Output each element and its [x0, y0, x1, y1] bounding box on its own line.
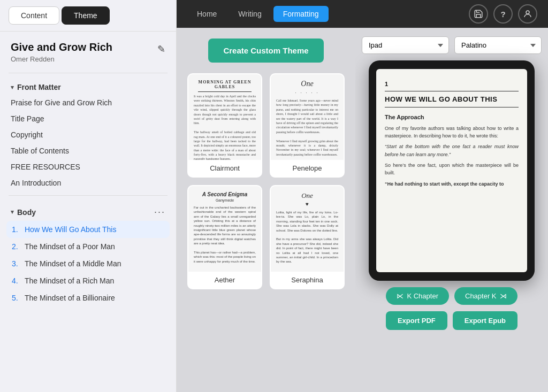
- prev-chapter-label: K Chapter: [407, 292, 438, 300]
- chapter-number: 1.: [12, 225, 20, 234]
- sidebar: Content Theme Give and Grow Rich Omer Re…: [0, 0, 177, 392]
- theme-card-seraphina[interactable]: One ♥ Lolita, light of my life, fire of …: [270, 185, 345, 289]
- preview-body-text-3: “He had nothing to start with, except th…: [385, 180, 519, 188]
- ipad-screen: 1 How We Will Go About This The Approach…: [376, 69, 527, 272]
- chapter-item[interactable]: 3. The Mindset of a Middle Man: [6, 255, 170, 272]
- edit-icon[interactable]: ✎: [157, 43, 165, 55]
- tab-theme[interactable]: Theme: [62, 6, 110, 25]
- theme-grid: Create Custom Theme Morning at Green Gab…: [177, 28, 355, 392]
- nav-right-icons: ?: [469, 4, 537, 24]
- list-item[interactable]: An Introduction: [11, 175, 165, 191]
- preview-body-text-2: So here’s the one fact, upon which the m…: [385, 162, 519, 177]
- font-select[interactable]: Palatino Georgia Times New Roman Helveti…: [454, 36, 542, 54]
- next-chapter-icon: ⋊: [500, 292, 507, 300]
- preview-section-heading: The Approach: [385, 113, 519, 122]
- chapter-name: The Mindset of a Middle Man: [25, 259, 121, 268]
- theme-cards: Morning at Green Gables It was a bright …: [187, 73, 345, 289]
- help-button[interactable]: ?: [493, 4, 513, 24]
- body-header: ▾ Body ···: [0, 200, 176, 221]
- theme-preview-seraphina: One ♥ Lolita, light of my life, fire of …: [271, 186, 344, 272]
- theme-preview-aether: A Second Enigma Ganymede Far out in the …: [188, 186, 261, 272]
- chapter-number: 5.: [12, 294, 20, 302]
- prev-chapter-button[interactable]: ⋉ K Chapter: [386, 287, 449, 305]
- chapter-item[interactable]: 2. The Mindset of a Poor Man: [6, 238, 170, 255]
- export-epub-button[interactable]: Export Epub: [453, 311, 517, 330]
- book-info: Give and Grow Rich Omer Redden ✎: [0, 32, 176, 68]
- theme-preview-penelope: One · · · · · Call me Ishmael. Some year…: [271, 74, 344, 160]
- chapter-name: How We Will Go About This: [25, 225, 116, 234]
- theme-name-aether: Aether: [188, 272, 261, 288]
- chapter-number: 4.: [12, 276, 20, 285]
- device-select[interactable]: Ipad iPhone Kindle Print: [362, 36, 449, 54]
- tab-content[interactable]: Content: [9, 6, 59, 25]
- body-more-options-icon[interactable]: ···: [154, 206, 165, 218]
- list-item[interactable]: Praise for Give and Grow Rich: [11, 95, 165, 111]
- chapter-number: 3.: [12, 259, 20, 268]
- list-item[interactable]: Copyright: [11, 127, 165, 143]
- chapter-navigation: ⋉ K Chapter Chapter K ⋊: [386, 287, 517, 305]
- chevron-down-icon: ▾: [11, 209, 14, 216]
- theme-name-seraphina: Seraphina: [271, 272, 344, 288]
- preview-page-number: 1: [385, 80, 519, 89]
- nav-writing[interactable]: Writing: [229, 6, 271, 22]
- next-chapter-label: Chapter K: [465, 292, 497, 300]
- theme-name-penelope: Penelope: [271, 160, 344, 176]
- next-chapter-button[interactable]: Chapter K ⋊: [454, 287, 517, 305]
- chapter-item[interactable]: 1. How We Will Go About This: [6, 221, 170, 238]
- theme-preview-clairmont: Morning at Green Gables It was a bright …: [188, 74, 261, 160]
- preview-panel: Ipad iPhone Kindle Print Palatino Georgi…: [355, 28, 548, 392]
- divider-2: [9, 195, 168, 196]
- front-matter-items: Praise for Give and Grow Rich Title Page…: [0, 95, 176, 191]
- prev-chapter-icon: ⋉: [397, 292, 404, 300]
- content-area: Create Custom Theme Morning at Green Gab…: [177, 28, 548, 392]
- list-item[interactable]: Table of Contents: [11, 143, 165, 159]
- sidebar-section: ▾ Front Matter Praise for Give and Grow …: [0, 78, 176, 392]
- chevron-down-icon: ▾: [11, 84, 14, 91]
- chapter-number: 2.: [12, 242, 20, 251]
- preview-chapter-title: How We Will Go About This: [385, 91, 519, 108]
- user-button[interactable]: [518, 4, 537, 24]
- top-nav: Home Writing Formatting ?: [177, 0, 548, 28]
- ipad-frame: 1 How We Will Go About This The Approach…: [369, 60, 535, 281]
- preview-body-text-1: One of my favorite authors was talking a…: [385, 125, 519, 140]
- front-matter-label: Front Matter: [17, 83, 61, 91]
- divider-1: [9, 73, 168, 73]
- chapter-list: 1. How We Will Go About This 2. The Mind…: [0, 221, 176, 306]
- list-item[interactable]: FREE RESOURCES: [11, 159, 165, 175]
- theme-card-aether[interactable]: A Second Enigma Ganymede Far out in the …: [187, 185, 262, 289]
- nav-formatting[interactable]: Formatting: [273, 6, 329, 22]
- body-section-toggle[interactable]: ▾ Body: [11, 208, 36, 217]
- chapter-name: The Mindset of a Billionaire: [25, 294, 115, 302]
- preview-quote-text: “Start at the bottom with the one fact a…: [385, 143, 519, 158]
- body-label: Body: [17, 208, 36, 217]
- theme-card-penelope[interactable]: One · · · · · Call me Ishmael. Some year…: [270, 73, 345, 178]
- chapter-item[interactable]: 5. The Mindset of a Billionaire: [6, 289, 170, 306]
- chapter-title-text: How We Will Go About This: [385, 95, 497, 103]
- book-title: Give and Grow Rich: [11, 41, 112, 53]
- chapter-name: The Mindset of a Rich Man: [25, 276, 114, 285]
- book-author: Omer Redden: [11, 55, 112, 63]
- sidebar-tab-bar: Content Theme: [0, 0, 176, 32]
- nav-home[interactable]: Home: [187, 6, 226, 22]
- front-matter-header[interactable]: ▾ Front Matter: [0, 78, 176, 95]
- theme-name-clairmont: Clairmont: [188, 160, 261, 176]
- theme-card-clairmont[interactable]: Morning at Green Gables It was a bright …: [187, 73, 262, 178]
- chapter-item[interactable]: 4. The Mindset of a Rich Man: [6, 272, 170, 289]
- svg-point-0: [526, 11, 529, 14]
- export-pdf-button[interactable]: Export PDF: [386, 311, 447, 330]
- create-custom-theme-button[interactable]: Create Custom Theme: [208, 39, 323, 63]
- save-button[interactable]: [469, 4, 488, 24]
- preview-controls: Ipad iPhone Kindle Print Palatino Georgi…: [362, 36, 542, 54]
- chapter-name: The Mindset of a Poor Man: [25, 242, 115, 251]
- list-item[interactable]: Title Page: [11, 111, 165, 127]
- export-buttons: Export PDF Export Epub: [386, 311, 517, 330]
- main-area: Home Writing Formatting ? Creat: [177, 0, 548, 392]
